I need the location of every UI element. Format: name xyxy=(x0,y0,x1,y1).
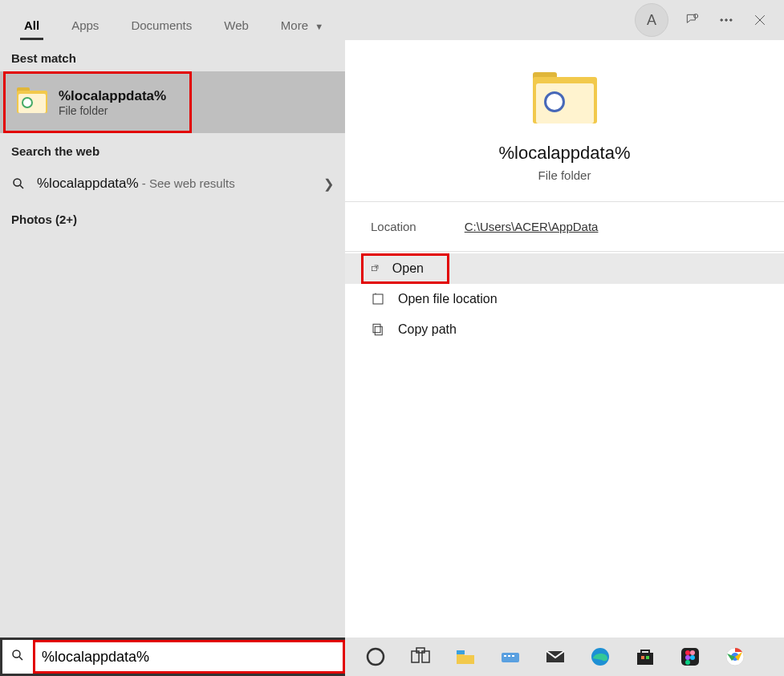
keyboard-icon[interactable] xyxy=(499,646,522,668)
cortana-icon[interactable] xyxy=(364,646,387,668)
folder-large-icon xyxy=(533,72,597,128)
tab-all[interactable]: All xyxy=(8,9,55,40)
web-result-text: %localappdata% - See web results xyxy=(37,176,235,192)
edge-icon[interactable] xyxy=(589,646,611,668)
svg-rect-13 xyxy=(416,648,424,653)
svg-rect-14 xyxy=(457,650,465,654)
svg-point-9 xyxy=(13,650,20,658)
figma-icon[interactable] xyxy=(679,646,701,668)
search-web-label: Search the web xyxy=(0,133,345,164)
search-input-highlight xyxy=(33,640,345,674)
svg-point-0 xyxy=(694,14,698,18)
svg-rect-24 xyxy=(681,648,699,666)
best-match-result[interactable]: %localappdata% File folder xyxy=(3,71,192,133)
svg-rect-15 xyxy=(502,653,519,662)
best-match-title: %localappdata% xyxy=(59,88,166,104)
location-value[interactable]: C:\Users\ACER\AppData xyxy=(465,220,599,233)
web-result-row[interactable]: %localappdata% - See web results ❯ xyxy=(0,164,345,203)
search-tabs-bar: All Apps Documents Web More ▼ A xyxy=(0,0,784,40)
main-split: Best match %localappdata% File folder Se… xyxy=(0,40,784,638)
svg-rect-8 xyxy=(373,324,380,333)
action-copy-path-label: Copy path xyxy=(398,322,457,337)
open-location-icon xyxy=(371,292,385,306)
svg-point-1 xyxy=(721,19,723,22)
tabs-left-group: All Apps Documents Web More ▼ xyxy=(8,0,339,40)
detail-header: %localappdata% File folder xyxy=(345,40,784,202)
search-box-wrap xyxy=(0,638,345,676)
chevron-right-icon: ❯ xyxy=(323,176,334,192)
svg-rect-23 xyxy=(646,656,649,659)
best-match-text: %localappdata% File folder xyxy=(59,88,166,117)
detail-subtitle: File folder xyxy=(538,168,591,182)
svg-point-25 xyxy=(685,650,690,655)
results-pane: Best match %localappdata% File folder Se… xyxy=(0,40,345,638)
best-match-subtitle: File folder xyxy=(59,104,166,117)
search-input[interactable] xyxy=(42,649,336,666)
task-view-icon[interactable] xyxy=(409,646,432,668)
search-icon xyxy=(11,176,26,191)
svg-rect-17 xyxy=(508,655,510,657)
svg-point-2 xyxy=(725,19,728,22)
tab-web[interactable]: Web xyxy=(208,9,265,40)
best-match-row-wrap: %localappdata% File folder xyxy=(0,71,345,133)
best-match-label: Best match xyxy=(0,40,345,71)
action-open-label: Open xyxy=(392,261,424,276)
svg-rect-7 xyxy=(375,326,382,335)
photos-section[interactable]: Photos (2+) xyxy=(0,203,345,236)
svg-point-29 xyxy=(685,660,690,665)
tab-documents[interactable]: Documents xyxy=(115,9,208,40)
svg-rect-6 xyxy=(373,294,383,304)
svg-point-3 xyxy=(730,19,733,22)
search-icon-bottom xyxy=(2,648,33,666)
svg-rect-18 xyxy=(512,655,514,657)
tab-more[interactable]: More ▼ xyxy=(265,9,339,40)
svg-rect-21 xyxy=(637,653,653,665)
user-avatar[interactable]: A xyxy=(635,3,668,37)
open-icon xyxy=(371,261,380,276)
bottom-bar xyxy=(0,638,784,676)
chrome-icon[interactable] xyxy=(724,646,746,668)
detail-pane: %localappdata% File folder Location C:\U… xyxy=(345,40,784,638)
file-explorer-icon[interactable] xyxy=(454,646,477,668)
mail-icon[interactable] xyxy=(544,646,567,668)
tab-apps[interactable]: Apps xyxy=(55,9,115,40)
web-hint: - See web results xyxy=(139,176,235,190)
chevron-down-icon: ▼ xyxy=(315,22,323,31)
detail-title: %localappdata% xyxy=(499,143,631,164)
svg-rect-16 xyxy=(504,655,506,657)
web-query: %localappdata% xyxy=(37,176,139,191)
feedback-icon[interactable] xyxy=(683,10,702,30)
tab-more-label: More xyxy=(281,18,308,32)
detail-location-row: Location C:\Users\ACER\AppData xyxy=(345,202,784,252)
best-match-row-extension xyxy=(192,71,345,133)
tabs-right-group: A xyxy=(635,3,776,37)
action-open-location-label: Open file location xyxy=(398,292,498,306)
location-label: Location xyxy=(371,220,416,233)
more-options-icon[interactable] xyxy=(717,10,736,30)
action-copy-path[interactable]: Copy path xyxy=(345,314,784,345)
action-open[interactable]: Open xyxy=(361,253,449,284)
folder-icon xyxy=(17,87,47,118)
svg-point-4 xyxy=(14,179,21,186)
store-icon[interactable] xyxy=(634,646,656,668)
svg-point-10 xyxy=(368,649,384,665)
taskbar xyxy=(345,638,784,676)
close-icon[interactable] xyxy=(750,10,770,30)
svg-rect-22 xyxy=(641,656,644,659)
detail-actions: Open Open file location Copy path xyxy=(345,253,784,345)
action-open-location[interactable]: Open file location xyxy=(345,284,784,314)
svg-point-26 xyxy=(690,650,695,655)
copy-icon xyxy=(371,322,385,337)
svg-point-28 xyxy=(690,655,695,660)
svg-point-27 xyxy=(685,655,690,660)
